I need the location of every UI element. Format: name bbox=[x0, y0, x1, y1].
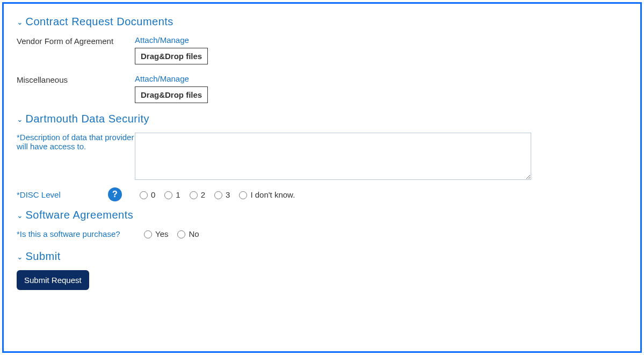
software-question-row: *Is this a software purchase? Yes No bbox=[17, 229, 627, 238]
software-option-yes[interactable]: Yes bbox=[141, 229, 168, 238]
option-text: 2 bbox=[201, 190, 205, 199]
software-option-no[interactable]: No bbox=[175, 229, 199, 238]
option-text: 3 bbox=[226, 190, 230, 199]
label-text: Is this a software purchase? bbox=[20, 229, 120, 238]
help-icon[interactable]: ? bbox=[108, 187, 122, 201]
radio-input[interactable] bbox=[164, 191, 172, 199]
chevron-down-icon: ⌄ bbox=[17, 211, 24, 220]
section-header-contract-documents[interactable]: ⌄ Contract Request Documents bbox=[17, 16, 627, 28]
radio-input[interactable] bbox=[190, 191, 198, 199]
submit-request-button[interactable]: Submit Request bbox=[17, 270, 89, 290]
doc-row-miscellaneous: Miscellaneous Attach/Manage Drag&Drop fi… bbox=[17, 74, 627, 103]
radio-input[interactable] bbox=[177, 230, 185, 238]
attach-manage-link[interactable]: Attach/Manage bbox=[135, 35, 189, 45]
data-description-row: *Description of data that provider will … bbox=[17, 133, 627, 180]
drag-drop-zone[interactable]: Drag&Drop files bbox=[135, 48, 208, 64]
disc-option-2[interactable]: 2 bbox=[187, 190, 205, 199]
disc-option-0[interactable]: 0 bbox=[137, 190, 155, 199]
software-options: Yes No bbox=[141, 229, 204, 238]
attach-manage-link[interactable]: Attach/Manage bbox=[135, 74, 189, 83]
section-title: Contract Request Documents bbox=[26, 16, 173, 28]
disc-option-1[interactable]: 1 bbox=[162, 190, 180, 199]
label-text: Description of data that provider will h… bbox=[17, 133, 134, 151]
option-text: Yes bbox=[155, 229, 168, 238]
disc-option-3[interactable]: 3 bbox=[212, 190, 230, 199]
option-text: 0 bbox=[151, 190, 155, 199]
disc-option-unknown[interactable]: I don't know. bbox=[236, 190, 295, 199]
option-text: No bbox=[189, 229, 199, 238]
form-frame: ⌄ Contract Request Documents Vendor Form… bbox=[2, 2, 642, 353]
option-text: 1 bbox=[176, 190, 180, 199]
doc-row-vendor-form: Vendor Form of Agreement Attach/Manage D… bbox=[17, 35, 627, 64]
radio-input[interactable] bbox=[144, 230, 152, 238]
doc-label: Miscellaneous bbox=[17, 74, 135, 84]
chevron-down-icon: ⌄ bbox=[17, 18, 24, 26]
section-header-submit[interactable]: ⌄ Submit bbox=[17, 250, 627, 263]
section-header-data-security[interactable]: ⌄ Dartmouth Data Security bbox=[17, 113, 627, 125]
disc-level-options: 0 1 2 3 I don't know. bbox=[137, 190, 299, 199]
section-title: Software Agreements bbox=[26, 209, 134, 221]
disc-level-label: *DISC Level bbox=[17, 190, 108, 199]
radio-input[interactable] bbox=[214, 191, 222, 199]
section-header-software-agreements[interactable]: ⌄ Software Agreements bbox=[17, 209, 627, 221]
disc-level-row: *DISC Level ? 0 1 2 3 I don't know. bbox=[17, 187, 627, 201]
drag-drop-zone[interactable]: Drag&Drop files bbox=[135, 86, 208, 103]
section-title: Dartmouth Data Security bbox=[26, 113, 149, 125]
chevron-down-icon: ⌄ bbox=[17, 252, 24, 261]
doc-label: Vendor Form of Agreement bbox=[17, 35, 135, 46]
option-text: I don't know. bbox=[250, 190, 295, 199]
data-description-label: *Description of data that provider will … bbox=[17, 133, 135, 151]
radio-input[interactable] bbox=[140, 191, 148, 199]
software-question-label: *Is this a software purchase? bbox=[17, 229, 141, 238]
radio-input[interactable] bbox=[239, 191, 247, 199]
section-title: Submit bbox=[26, 250, 61, 263]
label-text: DISC Level bbox=[20, 190, 61, 199]
data-description-textarea[interactable] bbox=[135, 133, 531, 180]
chevron-down-icon: ⌄ bbox=[17, 115, 24, 124]
